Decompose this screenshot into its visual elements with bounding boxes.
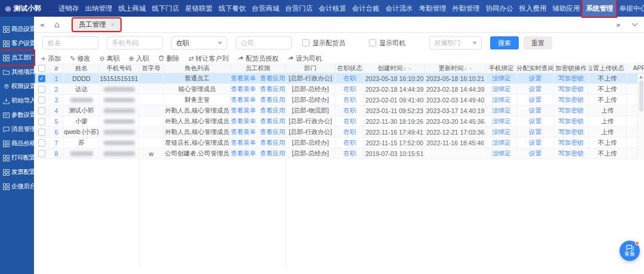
topbar-menu-协同办公[interactable]: 协同办公 bbox=[482, 0, 516, 17]
sort-icon[interactable]: ▴▾ bbox=[404, 66, 405, 71]
dept-filter-select[interactable]: 所属部门 bbox=[429, 36, 482, 49]
row-number[interactable]: 2 bbox=[55, 86, 58, 93]
assign-settings-link[interactable]: 设置 bbox=[529, 117, 541, 126]
sidebar-item-打印配置[interactable]: 打印配置 bbox=[0, 151, 34, 165]
bind-link[interactable]: 没绑定 bbox=[492, 117, 511, 126]
tabs-dropdown-icon[interactable] bbox=[631, 23, 638, 27]
topbar-menu-线上商城[interactable]: 线上商城 bbox=[115, 0, 148, 17]
table-row[interactable]: ✓1DDDD15151515151普通员工查看菜单查看应用[总部-行政办公]在职… bbox=[34, 73, 644, 84]
table-row[interactable]: 8w公司创建者,公司管理员查看菜单查看应用[总部-总经办]在职2019-07-0… bbox=[34, 148, 644, 159]
write-lock-link[interactable]: 写加密锁 bbox=[559, 85, 584, 94]
company-filter-input[interactable] bbox=[236, 36, 292, 49]
row-checkbox[interactable] bbox=[38, 96, 45, 104]
row-checkbox[interactable]: ✓ bbox=[38, 75, 45, 82]
table-row[interactable]: 7苏星链店长,核心管理成员查看菜单查看应用[总部-总经办]在职2022-11-1… bbox=[34, 138, 644, 148]
topbar-menu-辅助应用[interactable]: 辅助应用 bbox=[549, 0, 583, 17]
row-checkbox[interactable] bbox=[38, 118, 45, 125]
toolbar-入职-button[interactable]: ⊕入职 bbox=[129, 54, 149, 63]
assign-settings-link[interactable]: 设置 bbox=[529, 107, 541, 115]
view-app-link[interactable]: 查看应用 bbox=[260, 150, 285, 158]
app-logo[interactable]: ⊛ 测试小郭 bbox=[5, 4, 41, 13]
row-number[interactable]: 5 bbox=[55, 118, 58, 125]
topbar-menu-投入费用[interactable]: 投入费用 bbox=[516, 0, 549, 17]
toolbar-转让客户到-button[interactable]: ⇄转让客户到 bbox=[188, 54, 228, 63]
assign-settings-link[interactable]: 设置 bbox=[529, 128, 541, 136]
bind-link[interactable]: 没绑定 bbox=[492, 96, 511, 104]
scrollbar-thumb[interactable] bbox=[639, 80, 643, 111]
assign-settings-link[interactable]: 设置 bbox=[529, 139, 541, 147]
topbar-menu-单据中心[interactable]: 单据中心 bbox=[616, 0, 644, 17]
scroll-up-arrow-icon[interactable]: ▲ bbox=[639, 74, 642, 80]
write-lock-link[interactable]: 写加密锁 bbox=[559, 150, 584, 158]
view-menu-link[interactable]: 查看菜单 bbox=[231, 139, 256, 147]
view-menu-link[interactable]: 查看菜单 bbox=[231, 74, 256, 83]
toolbar-修改-button[interactable]: ✎修改 bbox=[70, 54, 90, 63]
sidebar-item-其他项目[interactable]: 其他项目 bbox=[0, 65, 34, 79]
write-lock-link[interactable]: 写加密锁 bbox=[559, 107, 584, 115]
phone-filter-input[interactable] bbox=[107, 36, 163, 49]
sidebar-item-发票配置[interactable]: 发票配置 bbox=[0, 165, 34, 179]
bind-link[interactable]: 没绑定 bbox=[492, 85, 511, 94]
table-row[interactable]: 3财务主管查看菜单查看应用[总部-总经办]在职2023-02-01 09:41:… bbox=[34, 95, 644, 105]
row-number[interactable]: 8 bbox=[55, 150, 58, 157]
table-row[interactable]: 6qweib (小苏)外勤人员,核心管理成员查看菜单查看应用[总部-行政办公]在… bbox=[34, 127, 644, 138]
sidebar-item-员工部门[interactable]: 员工部门 bbox=[0, 51, 34, 65]
toolbar-离职-button[interactable]: ⊖离职 bbox=[99, 54, 119, 63]
topbar-menu-会计核算[interactable]: 会计核算 bbox=[315, 0, 349, 17]
row-number[interactable]: 6 bbox=[55, 129, 58, 136]
search-button[interactable]: 搜索 bbox=[490, 36, 519, 49]
topbar-menu-会计台账[interactable]: 会计台账 bbox=[349, 0, 382, 17]
bind-link[interactable]: 没绑定 bbox=[492, 107, 511, 115]
topbar-menu-进销存[interactable]: 进销存 bbox=[55, 0, 82, 17]
bind-link[interactable]: 没绑定 bbox=[492, 150, 511, 158]
status-filter-select[interactable]: 在职 bbox=[171, 36, 227, 49]
row-number[interactable]: 1 bbox=[55, 75, 58, 82]
table-row[interactable]: 5小廖外勤人员,核心管理成员查看菜单查看应用[总部-行政办公]在职2022-11… bbox=[34, 116, 644, 127]
assign-settings-link[interactable]: 设置 bbox=[529, 85, 541, 94]
checkbox-icon[interactable] bbox=[302, 39, 309, 46]
view-app-link[interactable]: 查看应用 bbox=[260, 85, 285, 94]
view-app-link[interactable]: 查看应用 bbox=[260, 74, 285, 83]
tab-employee-management[interactable]: 员工管理 × bbox=[73, 18, 120, 31]
view-app-link[interactable]: 查看应用 bbox=[260, 128, 285, 136]
sidebar-item-权限设置[interactable]: ®权限设置 bbox=[0, 79, 34, 94]
view-app-link[interactable]: 查看应用 bbox=[260, 139, 285, 147]
vertical-scrollbar[interactable]: ▲ bbox=[637, 74, 644, 160]
sidebar-item-客户设置[interactable]: 客户设置 bbox=[0, 36, 34, 51]
topbar-menu-星链联盟[interactable]: 星链联盟 bbox=[182, 0, 215, 17]
bind-link[interactable]: 没绑定 bbox=[492, 128, 511, 136]
assign-settings-link[interactable]: 设置 bbox=[529, 74, 541, 83]
bind-link[interactable]: 没绑定 bbox=[492, 139, 511, 147]
toolbar-配货员授权-button[interactable]: 配货员授权 bbox=[237, 54, 278, 63]
topbar-menu-线下餐饮[interactable]: 线下餐饮 bbox=[215, 0, 249, 17]
home-icon[interactable]: ⌂ bbox=[54, 20, 60, 29]
topbar-menu-系统管理[interactable]: 系统管理 bbox=[583, 0, 616, 17]
name-filter-input[interactable] bbox=[42, 36, 98, 49]
checkbox-icon[interactable] bbox=[369, 39, 376, 46]
assign-settings-link[interactable]: 设置 bbox=[529, 150, 541, 158]
topbar-menu-线下门店[interactable]: 线下门店 bbox=[148, 0, 182, 17]
topbar-menu-自营商城[interactable]: 自营商城 bbox=[249, 0, 282, 17]
show-picker-checkbox[interactable]: 显示配货员 bbox=[302, 39, 345, 48]
view-menu-link[interactable]: 查看菜单 bbox=[231, 150, 256, 158]
toolbar-删除-button[interactable]: 删除 bbox=[158, 54, 179, 63]
write-lock-link[interactable]: 写加密锁 bbox=[559, 139, 584, 147]
view-menu-link[interactable]: 查看菜单 bbox=[231, 85, 256, 94]
sidebar-item-企微后台[interactable]: 企微后台 bbox=[0, 179, 34, 194]
customer-service-button[interactable]: 客服 bbox=[620, 241, 640, 261]
write-lock-link[interactable]: 写加密锁 bbox=[559, 74, 584, 83]
close-icon[interactable]: × bbox=[111, 21, 114, 28]
tabs-scroll-right-button[interactable]: » bbox=[616, 20, 621, 29]
topbar-menu-外勤管理[interactable]: 外勤管理 bbox=[449, 0, 482, 17]
write-lock-link[interactable]: 写加密锁 bbox=[559, 117, 584, 126]
column-header-checkbox[interactable] bbox=[34, 64, 49, 73]
assign-settings-link[interactable]: 设置 bbox=[529, 96, 541, 104]
select-all-checkbox[interactable] bbox=[38, 65, 45, 72]
view-app-link[interactable]: 查看应用 bbox=[260, 117, 285, 126]
write-lock-link[interactable]: 写加密锁 bbox=[559, 128, 584, 136]
row-checkbox[interactable] bbox=[38, 150, 45, 157]
sidebar-item-参数设置[interactable]: 参数设置 bbox=[0, 108, 34, 122]
sort-icon[interactable]: ▴▾ bbox=[465, 66, 466, 71]
sidebar-item-商品设置[interactable]: 商品设置 bbox=[0, 22, 34, 36]
view-menu-link[interactable]: 查看菜单 bbox=[231, 128, 256, 136]
